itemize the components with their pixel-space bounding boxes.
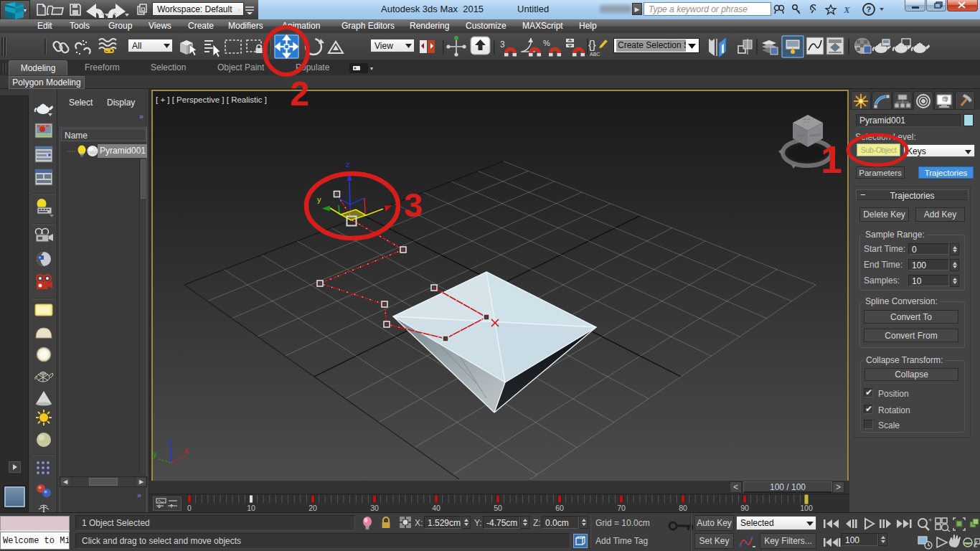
svg-text:y: y bbox=[153, 451, 157, 458]
svg-text:30: 30 bbox=[370, 504, 379, 512]
svg-text:[ + ] [ Perspective ] [ Realis: [ + ] [ Perspective ] [ Realistic ] bbox=[156, 95, 267, 104]
svg-text:20: 20 bbox=[308, 504, 317, 512]
svg-text:80: 80 bbox=[679, 504, 687, 512]
svg-text:X: X bbox=[843, 4, 850, 15]
svg-text:+: + bbox=[928, 517, 932, 524]
svg-text:10: 10 bbox=[247, 504, 255, 512]
svg-text:50: 50 bbox=[494, 504, 502, 512]
svg-text:3: 3 bbox=[500, 39, 505, 50]
svg-text:x: x bbox=[184, 447, 189, 455]
svg-text:40: 40 bbox=[432, 504, 440, 512]
svg-text:60: 60 bbox=[555, 504, 564, 512]
svg-text:70: 70 bbox=[617, 504, 626, 512]
svg-text:90: 90 bbox=[740, 504, 749, 512]
svg-text:ABC: ABC bbox=[590, 52, 600, 57]
svg-text:100: 100 bbox=[800, 504, 813, 512]
svg-text:z: z bbox=[346, 160, 350, 169]
svg-text:z: z bbox=[168, 437, 171, 445]
svg-text:{}: {} bbox=[588, 39, 596, 51]
svg-text:%: % bbox=[543, 39, 550, 47]
svg-text:y: y bbox=[317, 195, 321, 204]
svg-text:?: ? bbox=[867, 5, 872, 14]
svg-text:0: 0 bbox=[187, 504, 192, 512]
